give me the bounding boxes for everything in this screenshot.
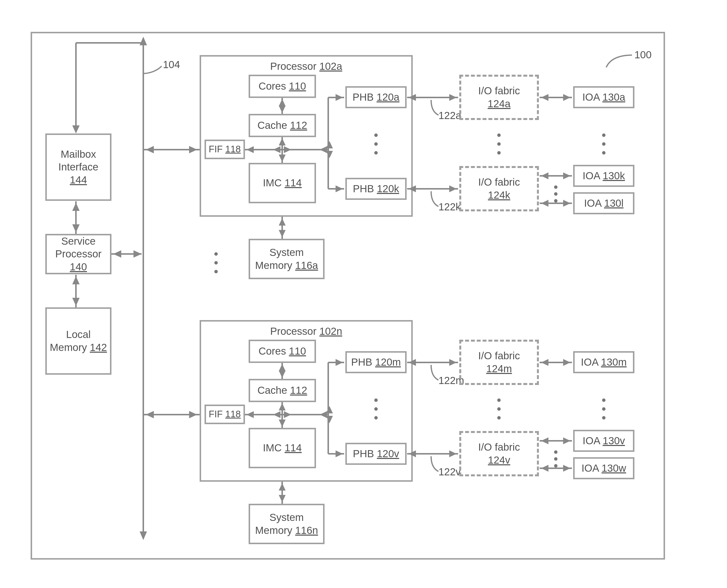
svg-marker-2 (140, 531, 147, 540)
io-fabric-a-bot-box: I/O fabric 124k (459, 166, 539, 211)
io-fabric-n-bot-ref: 124v (488, 454, 510, 467)
svg-marker-83 (449, 450, 457, 457)
service-processor-box: Service Processor 140 (45, 234, 111, 274)
ioa-k-ref: 130k (603, 170, 625, 182)
svg-marker-47 (449, 185, 457, 192)
sysmem-a-box: System Memory 116a (249, 239, 325, 279)
svg-marker-91 (541, 465, 548, 472)
phb-a-top-box: PHB 120a (345, 86, 407, 108)
cores-n-ref: 110 (289, 345, 306, 357)
io-fabric-a-top-box: I/O fabric 124a (459, 75, 539, 120)
ioa-m-box: IOA 130m (573, 351, 635, 373)
link-a-bot-label: 122k (438, 201, 461, 213)
mailbox-ref: 144 (70, 174, 87, 187)
service-proc-line2: Processor (55, 248, 101, 259)
local-memory-box: Local Memory 142 (45, 307, 111, 375)
ioa-k-box: IOA 130k (573, 165, 635, 187)
cache-a-label: Cache (257, 120, 287, 131)
svg-marker-49 (541, 94, 548, 101)
svg-marker-19 (72, 276, 80, 284)
svg-marker-80 (449, 359, 457, 366)
ioa-w-label: IOA (582, 462, 599, 474)
fif-a-box: FIF 118 (205, 140, 245, 159)
ioa-n-ellipsis-icon (602, 398, 605, 420)
svg-marker-92 (563, 465, 570, 472)
ioa-k-label: IOA (583, 170, 600, 182)
cores-n-label: Cores (259, 345, 286, 357)
svg-marker-16 (72, 203, 80, 211)
ioa-v-label: IOA (583, 435, 600, 446)
cache-n-ref: 112 (290, 384, 307, 396)
io-fabric-n-top-ref: 124m (486, 362, 512, 375)
cache-n-box: Cache 112 (249, 379, 316, 402)
service-proc-line1: Service (61, 235, 96, 248)
io-fabric-n-top-box: I/O fabric 124m (459, 340, 539, 385)
cores-n-box: Cores 110 (249, 340, 316, 363)
link-a-top-label: 122a (438, 110, 461, 122)
phb-n-top-box: PHB 120m (345, 351, 407, 373)
ioa-a-bot-ellipsis-icon (554, 185, 558, 203)
io-fabric-a-bot-ref: 124k (488, 189, 510, 202)
sysmem-a-ref: 116a (295, 259, 318, 271)
sysmem-a-line1: System (269, 246, 304, 259)
fif-n-ref: 118 (225, 409, 241, 419)
svg-marker-13 (113, 250, 121, 258)
cores-a-box: Cores 110 (249, 75, 316, 98)
ioa-v-box: IOA 130v (573, 430, 635, 452)
imc-a-box: IMC 114 (249, 163, 316, 203)
io-fabric-a-top-label: I/O fabric (478, 84, 520, 98)
cores-a-label: Cores (259, 80, 286, 92)
phb-a-top-label: PHB (352, 91, 374, 103)
sysmem-n-ref: 116n (295, 525, 318, 536)
svg-marker-40 (279, 218, 286, 226)
figure-ref-label: 100 (635, 49, 651, 61)
svg-marker-53 (563, 172, 570, 179)
svg-marker-41 (279, 230, 286, 237)
imc-a-ref: 114 (285, 177, 302, 189)
cache-a-ref: 112 (290, 120, 307, 131)
svg-marker-50 (563, 94, 570, 101)
phb-a-top-ref: 120a (376, 91, 399, 103)
phb-n-bot-box: PHB 120v (345, 443, 407, 465)
svg-marker-14 (133, 250, 142, 258)
ioa-w-box: IOA 130w (573, 457, 635, 479)
svg-marker-10 (146, 411, 154, 418)
svg-marker-1 (140, 37, 147, 45)
phb-a-bot-box: PHB 120k (345, 178, 407, 200)
mailbox-interface-box: Mailbox Interface 144 (45, 133, 111, 201)
svg-marker-88 (541, 437, 548, 444)
fif-a-ref: 118 (225, 144, 241, 154)
cache-n-label: Cache (257, 384, 287, 396)
svg-marker-55 (541, 200, 548, 207)
local-mem-ref: 142 (90, 342, 107, 353)
svg-marker-89 (563, 437, 570, 444)
local-mem-line2: Memory (50, 342, 87, 353)
sysmem-n-line2: Memory (255, 525, 292, 536)
io-fabric-a-bot-label: I/O fabric (478, 176, 520, 189)
cache-a-box: Cache 112 (249, 114, 316, 137)
phb-n-top-label: PHB (351, 356, 372, 368)
processor-n-title: Processor (270, 326, 316, 337)
ioa-l-label: IOA (584, 197, 601, 209)
ioa-l-ref: 130l (604, 197, 623, 209)
sysmem-n-line1: System (269, 511, 304, 524)
ioa-m-label: IOA (581, 356, 598, 368)
link-n-bot-label: 122v (438, 466, 461, 478)
phb-a-ellipsis-icon (374, 133, 378, 154)
svg-marker-44 (449, 94, 457, 101)
ioa-a-box: IOA 130a (573, 86, 635, 108)
ioa-n-bot-ellipsis-icon (554, 450, 558, 467)
svg-marker-52 (541, 172, 548, 179)
local-mem-line1: Local (66, 328, 91, 341)
io-fabric-n-bot-box: I/O fabric 124v (459, 431, 539, 476)
ioa-a-ref: 130a (602, 91, 625, 103)
ioa-l-box: IOA 130l (573, 192, 635, 214)
imc-n-label: IMC (263, 442, 282, 454)
fabric-a-ellipsis-icon (497, 133, 501, 154)
processor-a-ref: 102a (319, 61, 342, 72)
ioa-w-ref: 130w (602, 462, 626, 474)
phb-a-bot-ref: 120k (377, 183, 399, 194)
svg-marker-5 (72, 125, 80, 133)
bus-ref-label: 104 (163, 59, 180, 70)
sysmem-n-box: System Memory 116n (249, 504, 325, 544)
